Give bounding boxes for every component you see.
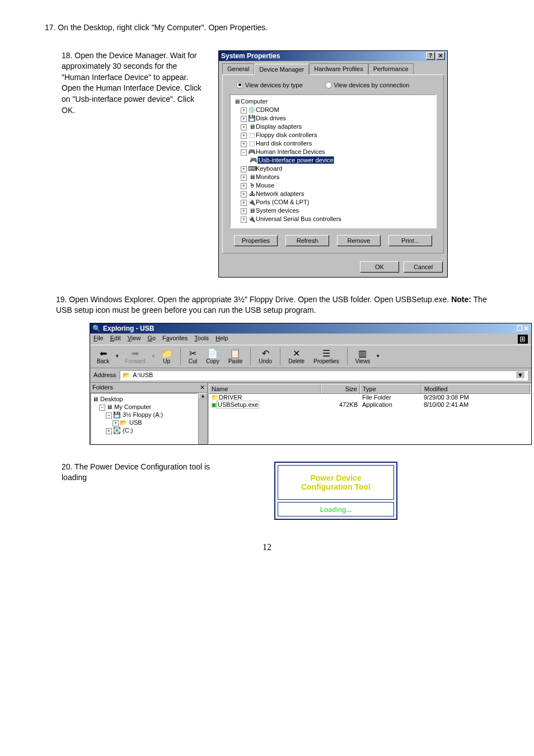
tree-usb-power-device[interactable]: Usb-interface power device xyxy=(257,156,334,164)
expand-icon[interactable]: + xyxy=(241,200,247,206)
dropdown-icon[interactable]: ▼ xyxy=(516,372,524,378)
dropdown-icon[interactable]: ▼ xyxy=(376,354,380,359)
expand-icon[interactable]: + xyxy=(241,141,247,147)
expand-icon[interactable]: + xyxy=(241,175,247,181)
file-row[interactable]: ▣USBSetup.exe 472KB Application 8/10/00 … xyxy=(209,401,530,408)
exe-icon: ▣ xyxy=(211,401,217,408)
views-icon: ▥ xyxy=(358,348,367,358)
tree-network-adapters[interactable]: Network adapters xyxy=(256,190,304,197)
toolbar-undo[interactable]: ↶Undo xyxy=(255,348,275,364)
toolbar-copy[interactable]: 📄Copy xyxy=(203,348,222,364)
menu-favorites[interactable]: Favorites xyxy=(162,335,188,344)
expand-icon[interactable]: + xyxy=(241,133,247,139)
tree-floppy-controllers[interactable]: Floppy disk controllers xyxy=(256,132,317,138)
tree-root[interactable]: Computer xyxy=(241,98,268,105)
folder-open-icon: 📂 xyxy=(120,419,128,426)
address-bar: Address 📂 A:\USB ▼ xyxy=(90,368,531,383)
tree-system-devices[interactable]: System devices xyxy=(256,207,299,214)
tab-general[interactable]: General xyxy=(222,63,254,74)
expand-icon[interactable]: + xyxy=(113,420,119,426)
tree-disk-drives[interactable]: Disk drives xyxy=(256,115,286,121)
close-pane-icon[interactable]: ✕ xyxy=(200,384,205,391)
loading-status: Loading... xyxy=(320,506,352,514)
file-name: USBSetup.exe xyxy=(217,401,259,408)
tab-hardware-profiles[interactable]: Hardware Profiles xyxy=(309,63,368,74)
cancel-button[interactable]: Cancel xyxy=(404,261,443,273)
menu-view[interactable]: View xyxy=(128,335,141,344)
collapse-icon[interactable]: − xyxy=(241,149,247,156)
properties-button[interactable]: Properties xyxy=(234,235,278,246)
expand-icon[interactable]: + xyxy=(241,166,247,172)
radio-view-by-type[interactable]: View devices by type xyxy=(236,82,303,88)
toolbar-properties[interactable]: ☰Properties xyxy=(310,348,343,364)
col-modified[interactable]: Modified xyxy=(421,384,530,393)
print-button[interactable]: Print... xyxy=(388,235,432,246)
expand-icon[interactable]: + xyxy=(106,428,112,434)
tree-hid[interactable]: Human Interface Devices xyxy=(256,148,325,155)
tree-keyboard[interactable]: Keyboard xyxy=(256,165,282,172)
ok-button[interactable]: OK xyxy=(360,261,399,273)
collapse-icon[interactable]: − xyxy=(99,405,105,411)
maximize-button[interactable]: ❐ xyxy=(517,325,523,332)
menu-edit[interactable]: Edit xyxy=(110,335,121,344)
expand-icon[interactable]: + xyxy=(241,191,247,198)
tree-floppy[interactable]: 3½ Floppy (A:) xyxy=(123,411,163,418)
toolbar-forward: ➡Forward xyxy=(121,348,149,364)
refresh-button[interactable]: Refresh xyxy=(285,235,329,246)
col-size[interactable]: Size xyxy=(321,384,360,393)
close-button[interactable]: ✕ xyxy=(523,325,529,332)
computer-icon: 🖥 xyxy=(233,97,241,106)
network-icon: 🖧 xyxy=(248,190,256,198)
col-type[interactable]: Type xyxy=(360,384,421,393)
expand-icon[interactable]: + xyxy=(241,107,247,114)
menu-tools[interactable]: Tools xyxy=(194,335,209,344)
tree-harddisk-controllers[interactable]: Hard disk controllers xyxy=(256,140,312,147)
help-button[interactable]: ? xyxy=(426,52,435,60)
menu-help[interactable]: Help xyxy=(216,335,228,344)
toolbar-views[interactable]: ▥Views xyxy=(352,348,374,364)
toolbar-paste[interactable]: 📋Paste xyxy=(225,348,246,364)
tree-monitors[interactable]: Monitors xyxy=(256,173,279,180)
device-tree[interactable]: 🖥Computer +💿CDROM +💾Disk drives +🖥Displa… xyxy=(229,94,437,228)
tab-performance[interactable]: Performance xyxy=(368,63,414,74)
expand-icon[interactable]: + xyxy=(241,217,247,223)
expand-icon[interactable]: + xyxy=(241,116,247,122)
tree-my-computer[interactable]: My Computer xyxy=(114,403,151,410)
radio-view-by-connection[interactable]: View devices by connection xyxy=(325,82,410,88)
tree-mouse[interactable]: Mouse xyxy=(256,182,274,189)
expand-icon[interactable]: + xyxy=(241,208,247,214)
menu-file[interactable]: FFileile xyxy=(93,335,104,344)
radio-type-label: View devices by type xyxy=(245,82,303,88)
tree-cdrom[interactable]: CDROM xyxy=(256,106,279,113)
forward-icon: ➡ xyxy=(132,348,139,358)
file-type: Application xyxy=(360,401,421,408)
tree-usb-controllers[interactable]: Universal Serial Bus controllers xyxy=(256,215,341,222)
toolbar-cut[interactable]: ✂Cut xyxy=(185,348,201,364)
scrollbar[interactable]: ▲ xyxy=(198,393,207,444)
remove-button[interactable]: Remove xyxy=(337,235,381,246)
file-row[interactable]: 📁DRIVER File Folder 9/29/00 3:08 PM xyxy=(209,394,530,401)
address-input[interactable]: 📂 A:\USB ▼ xyxy=(119,370,528,381)
collapse-icon[interactable]: − xyxy=(106,412,112,419)
tree-display-adapters[interactable]: Display adapters xyxy=(256,123,302,130)
tree-usb[interactable]: USB xyxy=(129,419,142,426)
dropdown-icon[interactable]: ▼ xyxy=(115,354,119,359)
tree-ports[interactable]: Ports (COM & LPT) xyxy=(256,199,309,205)
expand-icon[interactable]: + xyxy=(241,183,247,189)
toolbar-back[interactable]: ⬅Back xyxy=(93,348,113,364)
col-name[interactable]: Name xyxy=(209,384,321,393)
minimize-button[interactable]: _ xyxy=(512,325,516,332)
toolbar-delete[interactable]: ✕Delete xyxy=(285,348,308,364)
address-label: Address xyxy=(93,372,116,378)
toolbar-up[interactable]: 📁Up xyxy=(158,348,176,364)
tab-device-manager[interactable]: Device Manager xyxy=(254,64,309,75)
display-icon: 🖥 xyxy=(248,123,256,131)
tree-desktop[interactable]: Desktop xyxy=(100,396,123,402)
expand-icon[interactable]: + xyxy=(241,124,247,130)
usb-icon: 🔌 xyxy=(248,215,256,223)
tree-c[interactable]: (C:) xyxy=(123,427,133,434)
close-button[interactable]: ✕ xyxy=(436,52,445,60)
desktop-icon: 🖥 xyxy=(92,396,99,402)
menu-go[interactable]: Go xyxy=(147,335,156,344)
folders-tree[interactable]: 🖥 Desktop −🖥 My Computer −💾 3½ Floppy (A… xyxy=(90,393,198,444)
